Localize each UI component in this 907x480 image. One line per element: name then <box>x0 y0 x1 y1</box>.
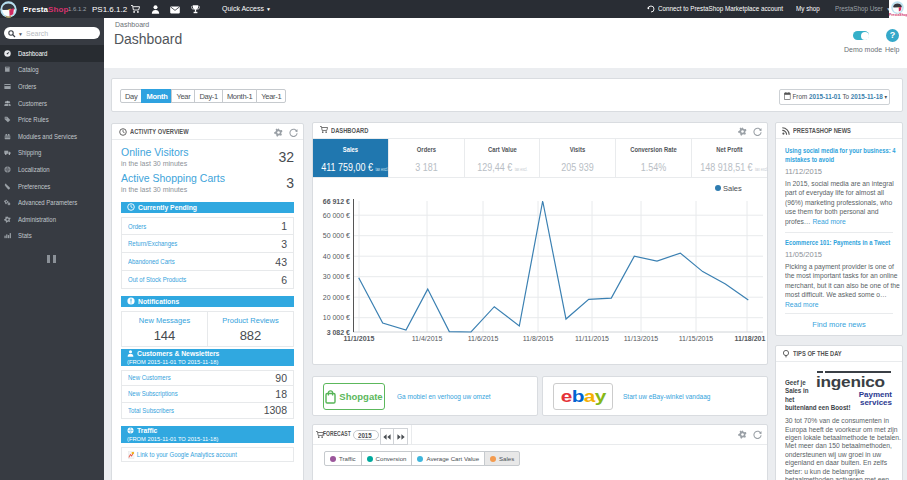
svg-text:11/8/2015: 11/8/2015 <box>523 335 554 342</box>
svg-text:50 000 €: 50 000 € <box>323 232 350 239</box>
svg-text:66 912 €: 66 912 € <box>323 198 350 205</box>
svg-text:10 000 €: 10 000 € <box>323 314 350 321</box>
svg-text:60 000 €: 60 000 € <box>323 212 350 219</box>
svg-text:11/13/2015: 11/13/2015 <box>624 335 659 342</box>
svg-text:11/4/2015: 11/4/2015 <box>412 335 443 342</box>
svg-text:11/11/2015: 11/11/2015 <box>575 335 609 342</box>
svg-text:11/1/2015: 11/1/2015 <box>344 335 375 342</box>
svg-text:Sales: Sales <box>723 184 742 193</box>
svg-text:11/6/2015: 11/6/2015 <box>468 335 499 342</box>
svg-text:11/18/201: 11/18/201 <box>735 335 766 342</box>
svg-text:30 000 €: 30 000 € <box>323 273 350 280</box>
svg-text:40 000 €: 40 000 € <box>323 253 350 260</box>
svg-text:11/15/2015: 11/15/2015 <box>679 335 714 342</box>
svg-text:20 000 €: 20 000 € <box>323 294 350 301</box>
